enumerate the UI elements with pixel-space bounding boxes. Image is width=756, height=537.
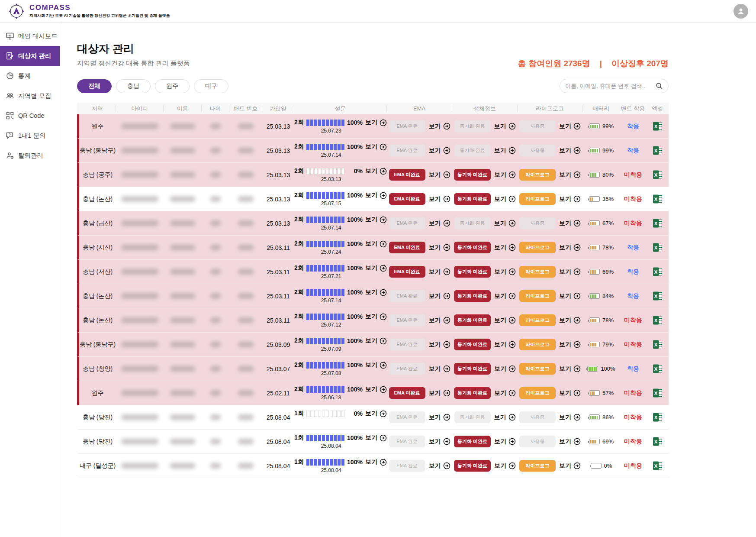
- excel-download-icon[interactable]: X: [653, 364, 663, 374]
- lifelog-view-button[interactable]: 보기: [559, 462, 581, 470]
- excel-download-icon[interactable]: X: [653, 291, 663, 301]
- excel-download-icon[interactable]: X: [653, 340, 663, 349]
- survey-view-button[interactable]: 보기: [365, 143, 387, 151]
- lifelog-view-button[interactable]: 보기: [559, 341, 581, 349]
- biometric-view-button[interactable]: 보기: [494, 462, 516, 470]
- svg-text:X: X: [654, 172, 657, 178]
- survey-view-button[interactable]: 보기: [365, 288, 387, 296]
- ema-cell: EMA 완료 보기: [387, 411, 452, 423]
- survey-view-button[interactable]: 보기: [365, 410, 387, 417]
- view-label: 보기: [365, 143, 377, 151]
- excel-download-icon[interactable]: X: [653, 388, 663, 398]
- ema-view-button[interactable]: 보기: [429, 195, 450, 203]
- lifelog-view-button[interactable]: 보기: [559, 389, 581, 397]
- lifelog-view-button[interactable]: 보기: [559, 414, 581, 421]
- excel-download-icon[interactable]: X: [653, 461, 663, 471]
- survey-view-button[interactable]: 보기: [365, 191, 387, 199]
- biometric-view-button[interactable]: 보기: [494, 220, 516, 227]
- lifelog-view-button[interactable]: 보기: [559, 220, 581, 227]
- biometric-view-button[interactable]: 보기: [494, 414, 516, 421]
- biometric-view-button[interactable]: 보기: [494, 365, 516, 373]
- ema-view-button[interactable]: 보기: [429, 341, 450, 349]
- filter-chungnam[interactable]: 충남: [116, 79, 151, 93]
- survey-view-button[interactable]: 보기: [365, 361, 387, 369]
- ema-view-button[interactable]: 보기: [429, 462, 450, 470]
- biometric-view-button[interactable]: 보기: [494, 341, 516, 349]
- ema-view-button[interactable]: 보기: [429, 317, 450, 324]
- lifelog-view-button[interactable]: 보기: [559, 438, 581, 446]
- biometric-view-button[interactable]: 보기: [494, 292, 516, 300]
- excel-download-icon[interactable]: X: [653, 243, 663, 252]
- excel-download-icon[interactable]: X: [653, 170, 663, 180]
- lifelog-view-button[interactable]: 보기: [559, 244, 581, 252]
- lifelog-view-button[interactable]: 보기: [559, 171, 581, 179]
- filter-daegu[interactable]: 대구: [194, 79, 228, 93]
- user-avatar[interactable]: [733, 4, 748, 19]
- ema-view-button[interactable]: 보기: [429, 244, 450, 252]
- biometric-view-button[interactable]: 보기: [494, 195, 516, 203]
- lifelog-view-button[interactable]: 보기: [559, 123, 581, 130]
- sidebar-item-withdrawal-management[interactable]: 탈퇴관리: [0, 146, 60, 165]
- sidebar-item-regional-recruit[interactable]: 지역별 모집: [0, 86, 60, 106]
- lifelog-view-button[interactable]: 보기: [559, 317, 581, 324]
- excel-download-icon[interactable]: X: [653, 194, 663, 204]
- lifelog-view-button[interactable]: 보기: [559, 292, 581, 300]
- biometric-view-button[interactable]: 보기: [494, 317, 516, 324]
- ema-view-button[interactable]: 보기: [429, 171, 450, 179]
- biometric-view-button[interactable]: 보기: [494, 147, 516, 155]
- table-row: 충남 (동남구) 25.03.09 2회 100% 보기 25.07.09 EM…: [77, 333, 669, 357]
- sidebar-item-subject-management[interactable]: 대상자 관리: [0, 46, 60, 66]
- excel-download-icon[interactable]: X: [653, 267, 663, 277]
- pie-chart-icon: [6, 71, 14, 80]
- biometric-view-button[interactable]: 보기: [494, 438, 516, 446]
- biometric-view-button[interactable]: 보기: [494, 123, 516, 130]
- biometric-view-button[interactable]: 보기: [494, 389, 516, 397]
- sidebar-item-one-to-one-inquiry[interactable]: 1대1 문의: [0, 126, 60, 146]
- sidebar-item-main-dashboard[interactable]: 메인 대시보드: [0, 26, 60, 46]
- ema-view-button[interactable]: 보기: [429, 147, 450, 155]
- survey-view-button[interactable]: 보기: [365, 167, 387, 175]
- lifelog-view-button[interactable]: 보기: [559, 365, 581, 373]
- ema-view-button[interactable]: 보기: [429, 220, 450, 227]
- biometric-view-button[interactable]: 보기: [494, 244, 516, 252]
- biometric-view-button[interactable]: 보기: [494, 171, 516, 179]
- survey-view-button[interactable]: 보기: [365, 434, 387, 442]
- battery-cell: 79%: [582, 341, 620, 348]
- ema-view-button[interactable]: 보기: [429, 268, 450, 276]
- survey-view-button[interactable]: 보기: [365, 240, 387, 248]
- filter-wonju[interactable]: 원주: [155, 79, 190, 93]
- survey-view-button[interactable]: 보기: [365, 216, 387, 223]
- survey-view-button[interactable]: 보기: [365, 264, 387, 272]
- lifelog-view-button[interactable]: 보기: [559, 268, 581, 276]
- survey-view-button[interactable]: 보기: [365, 385, 387, 393]
- ema-view-button[interactable]: 보기: [429, 438, 450, 446]
- lifelog-view-button[interactable]: 보기: [559, 195, 581, 203]
- biometric-view-button[interactable]: 보기: [494, 268, 516, 276]
- excel-download-icon[interactable]: X: [653, 437, 663, 446]
- survey-view-button[interactable]: 보기: [365, 119, 387, 126]
- survey-view-button[interactable]: 보기: [365, 313, 387, 320]
- biometric-status-badge: 동기화 미완료: [454, 436, 491, 447]
- sidebar-item-qr-code[interactable]: QR Code: [0, 106, 60, 126]
- excel-download-icon[interactable]: X: [653, 412, 663, 422]
- excel-download-icon[interactable]: X: [653, 315, 663, 325]
- excel-download-icon[interactable]: X: [653, 121, 663, 131]
- ema-view-button[interactable]: 보기: [429, 389, 450, 397]
- filter-all[interactable]: 전체: [77, 79, 112, 93]
- battery-cell: 69%: [582, 268, 620, 275]
- ema-view-button[interactable]: 보기: [429, 123, 450, 130]
- ema-view-button[interactable]: 보기: [429, 414, 450, 421]
- survey-view-button[interactable]: 보기: [365, 458, 387, 466]
- search-input[interactable]: [565, 83, 656, 89]
- excel-download-icon[interactable]: X: [653, 218, 663, 228]
- biometric-cell: 동기화 완료 보기: [452, 411, 518, 423]
- search-icon[interactable]: [656, 82, 663, 90]
- ema-view-button[interactable]: 보기: [429, 365, 450, 373]
- sidebar-item-statistics[interactable]: 통계: [0, 66, 60, 86]
- lifelog-view-button[interactable]: 보기: [559, 147, 581, 155]
- survey-view-button[interactable]: 보기: [365, 337, 387, 345]
- battery-percent: 69%: [602, 268, 614, 275]
- ema-view-button[interactable]: 보기: [429, 292, 450, 300]
- survey-cell: 2회 100% 보기 25.07.09: [294, 337, 387, 352]
- excel-download-icon[interactable]: X: [653, 146, 663, 155]
